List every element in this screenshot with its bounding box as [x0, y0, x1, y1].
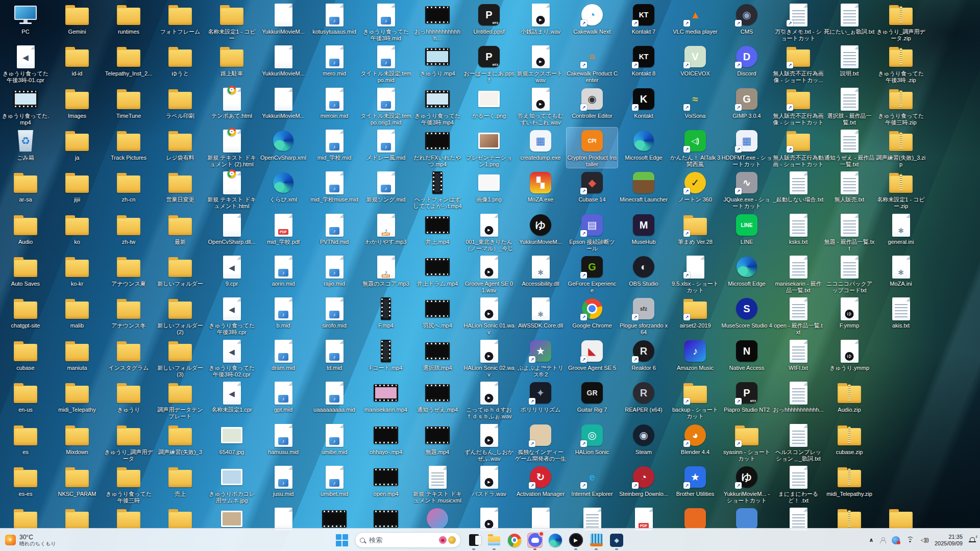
desktop-icon[interactable]: Microsoft Edge — [618, 128, 669, 161]
desktop-icon[interactable]: ♪jusu.mid — [258, 464, 309, 497]
desktop-icon[interactable]: ↗孤独なインディーゲーム開発者の一生 ... — [515, 422, 566, 463]
desktop-icon[interactable]: 井上ドラム.mp4 — [412, 254, 463, 287]
desktop-icon[interactable]: es — [0, 422, 51, 456]
desktop-icon[interactable]: ▶答え知っててもむずいわこれ.wav — [515, 86, 566, 126]
desktop-icon[interactable]: ♪meroin.mid — [309, 86, 360, 119]
desktop-icon[interactable]: ◔↗Cakewalk Next — [567, 2, 618, 35]
desktop-icon[interactable]: ニコニコバックアップコードtxt — [824, 254, 875, 294]
desktop-icon[interactable]: jijii — [52, 169, 103, 203]
wifi-icon[interactable] — [906, 537, 914, 543]
desktop-icon[interactable]: かるーく.png — [463, 86, 514, 119]
desktop-icon[interactable]: まにまにわーるど！ .txt — [773, 464, 824, 504]
desktop-icon[interactable]: G↗GIMP 3.0.4 — [721, 86, 772, 119]
desktop-icon[interactable]: ▶バスドラ.wav — [463, 464, 514, 497]
desktop-icon[interactable]: ▶ — [463, 506, 514, 531]
desktop-icon[interactable]: 最新 — [155, 212, 206, 245]
desktop-icon[interactable]: Images — [52, 86, 103, 119]
desktop-icon[interactable]: ko-kr — [52, 254, 103, 287]
desktop-icon[interactable] — [103, 506, 154, 531]
desktop-icon[interactable]: ★↗ぷよぷよ™テトリス® 2 — [515, 338, 566, 378]
desktop-icon[interactable]: Auto Saves — [0, 254, 51, 287]
desktop-icon[interactable]: きゅうり食ってた午後三時 — [103, 464, 154, 504]
desktop-icon[interactable]: YukkuriMovieM... — [258, 86, 309, 119]
desktop-icon[interactable]: V↗VOICEVOX — [670, 43, 721, 77]
desktop-icon[interactable]: ohhayo-.mp4 — [360, 422, 411, 456]
desktop-icon[interactable]: ♪PVTNd.mid — [309, 212, 360, 245]
desktop-icon[interactable]: 無題 - 親作品一覧.txt — [824, 212, 875, 252]
desktop-icon[interactable]: ゆ↗YukkuriMovieM... - ショートカット — [721, 464, 772, 504]
desktop-icon[interactable]: 調声用データテンプレート — [155, 380, 206, 420]
desktop-icon[interactable]: PNT2Untitled.ppsf — [463, 2, 514, 35]
desktop-icon[interactable] — [309, 506, 360, 531]
desktop-icon[interactable]: 無題.mp4 — [412, 422, 463, 456]
desktop-icon[interactable]: akis.txt — [875, 295, 926, 329]
desktop-icon[interactable]: Microsoft Edge — [721, 254, 772, 287]
desktop-icon[interactable]: ◉↗CMS — [721, 2, 772, 35]
desktop-icon[interactable]: 死にたい_ぉ歌詞.txt — [824, 2, 875, 35]
desktop-icon[interactable]: ♪gpt.mid — [258, 380, 309, 413]
desktop-icon[interactable]: ✦↗ポリリリリズム — [515, 380, 566, 413]
desktop-icon[interactable]: MMuseHub — [618, 212, 669, 245]
desktop-icon[interactable]: ♪タイトル未設定.tempo.orig1.mid — [360, 86, 411, 126]
desktop-icon[interactable]: ✓↗ノートン 360 — [670, 169, 721, 203]
desktop-icon[interactable]: ◣↗Groove Agent SE 5 — [567, 338, 618, 371]
desktop-icon[interactable]: ♪td.mid — [309, 338, 360, 371]
desktop-icon[interactable]: OpenCvSharp.dll... — [206, 212, 257, 245]
desktop-icon[interactable]: ▚MoZA.exe — [515, 169, 566, 203]
desktop-icon[interactable]: ↗無人販売不正行為画像 - ショートカッ... — [773, 43, 824, 84]
desktop-icon[interactable]: e↗Internet Explorer — [567, 464, 618, 497]
desktop-icon[interactable]: 営業日変更 — [155, 169, 206, 203]
desktop-icon[interactable]: ✱Accessibility.dll — [515, 254, 566, 287]
desktop-icon[interactable]: ↗backup - ショートカット — [670, 380, 721, 420]
desktop-icon[interactable]: 画像1.png — [463, 169, 514, 203]
desktop-icon[interactable]: ★↗Brother Utilities — [670, 464, 721, 497]
desktop-icon[interactable]: ♪タイトル未設定.tempo.mid — [360, 43, 411, 84]
desktop-icon[interactable] — [670, 506, 721, 531]
desktop-icon[interactable]: ♪sirofo.mid — [309, 295, 360, 329]
desktop-icon[interactable]: ♪MP3無題のスコア.mp3 — [360, 254, 411, 287]
desktop-icon[interactable]: ▲↗VLC media player — [670, 2, 721, 35]
desktop-icon[interactable]: ゆYukkuriMovieM... — [515, 212, 566, 245]
desktop-icon[interactable]: 新規 テキスト ドキュメント.musicxml — [412, 464, 463, 504]
desktop-icon[interactable]: ♪b.mid — [258, 295, 309, 329]
desktop-icon[interactable]: Track Pictures — [103, 128, 154, 161]
desktop-icon[interactable]: ≡↗Cakewalk Product Center — [567, 43, 618, 84]
desktop-icon[interactable]: ラベル印刷 — [155, 86, 206, 119]
desktop-icon[interactable]: ▦↗HDDFMT.exe - ショートカット — [721, 128, 772, 168]
desktop-icon[interactable]: 新しいフォルダー (3) — [155, 338, 206, 378]
desktop-icon[interactable]: きゅうり食ってた午後3時 .zip — [875, 43, 926, 84]
desktop-icon[interactable]: だれだFXいれたやつ.mp4 — [412, 128, 463, 168]
desktop-icon[interactable] — [875, 506, 926, 531]
desktop-icon[interactable]: 名称未設定1 - コピー.zip — [875, 169, 926, 210]
desktop-icon[interactable]: Telepathy_Inst_2... — [103, 43, 154, 77]
desktop-icon[interactable]: ✱MoZA.ini — [875, 254, 926, 287]
desktop-icon[interactable]: zh-cn — [103, 169, 154, 203]
desktop-icon[interactable]: ゆF.ymmp — [824, 295, 875, 329]
desktop-icon[interactable] — [155, 506, 206, 531]
desktop-icon[interactable]: ◀名称未設定1.cpr — [206, 380, 257, 413]
desktop-icon[interactable]: PNT2おーばーまにあ.ppsf — [463, 43, 514, 84]
taskbar-app-edge[interactable] — [548, 533, 563, 548]
desktop-icon[interactable]: ▦createdump.exe — [515, 128, 566, 161]
desktop-icon[interactable]: 路上駐車 — [206, 43, 257, 77]
desktop-icon[interactable]: _起動しない場合.txt — [773, 169, 824, 203]
taskbar-app-file-explorer[interactable] — [486, 533, 502, 548]
desktop-icon[interactable]: ゆきゅうり.ymmp — [824, 338, 875, 371]
desktop-icon[interactable]: ◉↗Controller Editor — [567, 86, 618, 119]
desktop-icon[interactable]: 無人販売.txt — [824, 169, 875, 203]
desktop-icon[interactable]: ✱AWSSDK.Core.dll — [515, 295, 566, 329]
taskbar-clock[interactable]: 21:35 2025/09/09 — [935, 534, 963, 547]
desktop-icon[interactable]: manisekarin.mp4 — [360, 380, 411, 413]
desktop-icon[interactable]: ♪hamusu.mid — [258, 422, 309, 456]
desktop-icon[interactable] — [52, 506, 103, 531]
taskbar-app-cubase[interactable]: ◆ — [609, 533, 624, 548]
desktop-icon[interactable]: ▶001_東北きりたん（ノーマル）_今じゃ... — [463, 212, 514, 253]
desktop-icon[interactable]: midi_Telepathy — [52, 380, 103, 413]
desktop-icon[interactable]: ≈↗VoiSona — [670, 86, 721, 119]
desktop-icon[interactable]: ♪新規ソング.mid — [360, 169, 411, 203]
desktop-icon[interactable]: YukkuriMovieM... — [258, 2, 309, 35]
desktop-icon[interactable]: ksks.txt — [773, 212, 824, 245]
desktop-icon[interactable]: runtimes — [103, 2, 154, 35]
desktop-icon[interactable]: アナウンス冬 — [103, 295, 154, 329]
desktop-icon[interactable]: TimeTune — [103, 86, 154, 119]
